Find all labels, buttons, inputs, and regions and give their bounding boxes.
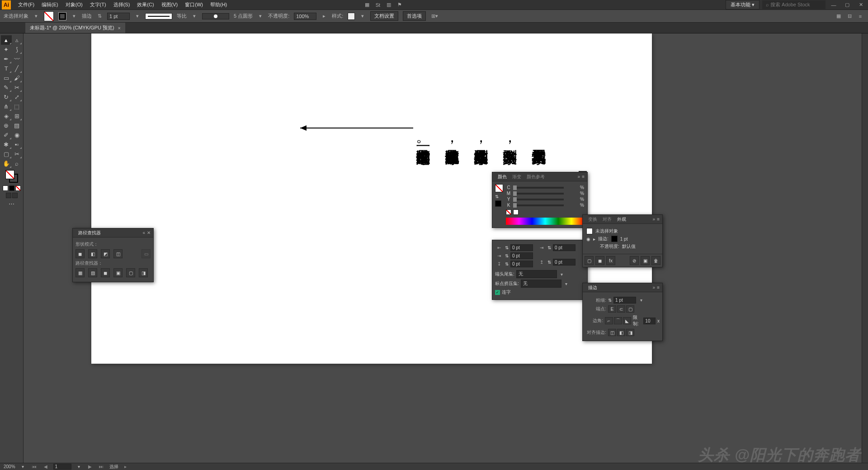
menu-help[interactable]: 帮助(H) — [207, 1, 231, 8]
scale-tool[interactable]: ⤢ — [12, 92, 23, 102]
shape-builder-tool[interactable]: ◈ — [1, 111, 12, 121]
white-swatch-icon[interactable] — [513, 209, 519, 215]
join-bevel-button[interactable]: ◣ — [623, 317, 631, 324]
align-tab[interactable]: 对齐 — [600, 215, 614, 223]
stroke-swatch[interactable] — [58, 12, 66, 20]
fill-stroke-indicator[interactable] — [5, 170, 18, 183]
workspace-dropdown[interactable]: 基本功能 ▾ — [726, 0, 760, 9]
dropdown-icon[interactable]: ▾ — [638, 297, 644, 304]
add-stroke-button[interactable]: ▢ — [585, 256, 594, 265]
stroke-dropdown-icon[interactable]: ▾ — [134, 13, 141, 19]
window-close-button[interactable]: ✕ — [855, 2, 866, 8]
eraser-tool[interactable]: ✂ — [12, 83, 23, 92]
stroke-panel[interactable]: 描边 »≡ 粗细:⇅1 pt▾ 端点:E⊂▢ 边角:⌐⌒◣限制:10x 对齐描边… — [582, 283, 663, 341]
appearance-tab[interactable]: 外观 — [614, 215, 629, 223]
document-setup-button[interactable]: 文档设置 — [370, 11, 398, 21]
transform-panel[interactable]: 变换 对齐 外观 »≡ 未选择对象 ◉▸描边:1 pt 不透明度:默认值 ▢ ◼… — [582, 214, 663, 267]
exclude-button[interactable]: ◫ — [113, 249, 123, 258]
brush-preview[interactable] — [202, 13, 229, 19]
fill-swatch[interactable] — [44, 11, 54, 21]
stepper-icon[interactable]: ⇅ — [96, 13, 103, 19]
stepper-icon[interactable]: ⇅ — [505, 253, 509, 258]
swap-icon[interactable]: ⇅ — [495, 194, 500, 199]
gradient-tool[interactable]: ▨ — [12, 121, 23, 130]
align-inside-button[interactable]: ◧ — [617, 329, 625, 336]
menu-view[interactable]: 视图(V) — [158, 1, 182, 8]
color-tab[interactable]: 颜色 — [495, 173, 509, 181]
symbol-sprayer-tool[interactable]: ✱ — [1, 140, 12, 149]
gpu-icon[interactable]: ⚑ — [396, 1, 404, 9]
limit-input[interactable]: 10 — [643, 318, 656, 324]
rotate-tool[interactable]: ↻ — [1, 92, 12, 102]
unite-button[interactable]: ◼ — [75, 249, 85, 258]
none-swatch-icon[interactable] — [506, 209, 511, 215]
panel-expand-icon[interactable]: » — [578, 174, 580, 179]
indent-first-input[interactable]: 0 pt — [510, 252, 533, 259]
zoom-dropdown-icon[interactable]: ▾ — [20, 464, 26, 470]
space-after-input[interactable]: 0 pt — [553, 259, 576, 266]
cap-set-dropdown[interactable]: 无 — [516, 270, 557, 278]
panel-expand-icon[interactable]: » — [653, 285, 656, 290]
color-guide-tab[interactable]: 颜色参考 — [524, 173, 547, 181]
swatch-dropdown-icon[interactable]: ▾ — [71, 13, 77, 19]
stroke-weight-input[interactable]: 1 pt — [107, 13, 130, 20]
ctrl-icon-1[interactable]: ▦ — [835, 12, 843, 20]
status-menu-icon[interactable]: ▸ — [123, 464, 128, 469]
selection-dropdown-icon[interactable]: ▾ — [33, 13, 39, 19]
duplicate-button[interactable]: ▣ — [641, 256, 650, 265]
panel-menu-icon[interactable]: ≡ — [657, 217, 660, 222]
opacity-input[interactable]: 100% — [294, 13, 316, 20]
opacity-value[interactable]: 默认值 — [622, 243, 636, 250]
expand-arrow-icon[interactable]: ▸ — [593, 237, 595, 242]
ligature-checkbox[interactable]: ✓ — [495, 290, 500, 295]
stepper-icon[interactable]: ⇅ — [505, 245, 509, 250]
panel-expand-icon[interactable]: » — [653, 217, 656, 222]
panel-close-icon[interactable]: ✕ — [147, 230, 151, 235]
uniform-dropdown-icon[interactable]: ▾ — [191, 13, 198, 19]
stroke-value[interactable]: 1 pt — [620, 237, 628, 242]
join-round-button[interactable]: ⌒ — [614, 317, 622, 324]
y-slider[interactable] — [513, 199, 564, 200]
delete-button[interactable]: 🗑 — [651, 256, 660, 265]
stroke-indicator[interactable] — [495, 200, 501, 207]
magic-wand-tool[interactable]: ✦ — [1, 45, 12, 54]
k-slider[interactable] — [513, 204, 564, 206]
line-tool[interactable]: ╱ — [12, 64, 23, 73]
space-before-input[interactable]: 0 pt — [510, 261, 533, 267]
c-slider[interactable] — [513, 187, 564, 189]
rectangle-tool[interactable]: ▭ — [1, 73, 12, 83]
color-mode-icon[interactable] — [3, 185, 8, 191]
align-center-button[interactable]: ◫ — [608, 329, 616, 336]
pathfinder-tab[interactable]: 路径查找器 — [75, 229, 104, 237]
menu-file[interactable]: 文件(F) — [14, 1, 38, 8]
pathfinder-panel[interactable]: 路径查找器 «✕ 形状模式： ◼ ◧ ◩ ◫ ▭ 路径查找器： ▦ ▨ ◼ ▣ … — [72, 228, 154, 282]
gradient-mode-icon[interactable] — [9, 185, 14, 191]
stepper-icon[interactable]: ⇅ — [547, 260, 551, 265]
window-minimize-button[interactable]: — — [828, 2, 839, 8]
add-fill-button[interactable]: ◼ — [595, 256, 604, 265]
first-page-icon[interactable]: ⏮ — [31, 464, 38, 469]
menu-object[interactable]: 对象(O) — [62, 1, 86, 8]
stepper-icon[interactable]: ⇅ — [547, 245, 551, 250]
search-input[interactable]: ⌕ 搜索 Adobe Stock — [762, 0, 826, 9]
window-maximize-button[interactable]: ▢ — [842, 2, 853, 8]
arrange-icon[interactable]: ▥ — [385, 1, 393, 9]
color-spectrum[interactable] — [506, 218, 585, 225]
menu-edit[interactable]: 编辑(E) — [38, 1, 62, 8]
page-dropdown-icon[interactable]: ▾ — [76, 464, 82, 470]
last-page-icon[interactable]: ⏭ — [98, 464, 105, 469]
minus-back-button[interactable]: ◨ — [139, 268, 148, 277]
type-tool[interactable]: T — [1, 64, 12, 73]
opacity-dropdown-icon[interactable]: ▸ — [321, 13, 327, 19]
panel-menu-icon[interactable]: ≡ — [657, 285, 660, 290]
punct-set-dropdown[interactable]: 无 — [521, 280, 561, 288]
style-dropdown-icon[interactable]: ▾ — [359, 13, 366, 19]
m-slider[interactable] — [513, 193, 564, 195]
artboard-tool[interactable]: ▢ — [1, 149, 12, 159]
minus-front-button[interactable]: ◧ — [88, 249, 97, 258]
indent-left-input[interactable]: 0 pt — [510, 244, 533, 251]
indent-right-input[interactable]: 0 pt — [553, 244, 576, 251]
cap-round-button[interactable]: ⊂ — [617, 305, 625, 313]
free-transform-tool[interactable]: ⬚ — [12, 102, 23, 111]
stroke-profile[interactable] — [145, 13, 172, 19]
